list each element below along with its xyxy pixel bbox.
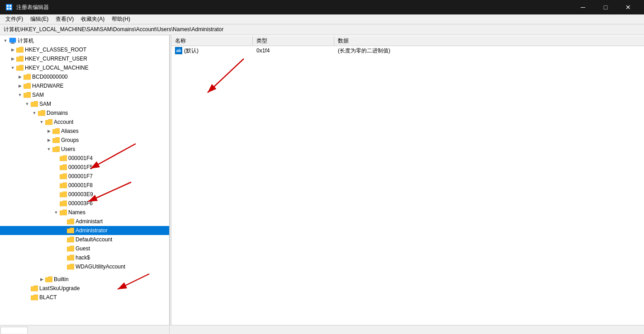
folder-icon-builtin bbox=[45, 276, 52, 283]
tree-item-guest[interactable]: Guest bbox=[0, 244, 169, 253]
tree-item-000001f5[interactable]: 000001F5 bbox=[0, 163, 169, 172]
tree-item-administrator[interactable]: Administrator bbox=[0, 226, 169, 235]
guest-label: Guest bbox=[76, 245, 90, 252]
folder-icon-users bbox=[52, 146, 60, 153]
folder-icon-guest bbox=[67, 245, 74, 252]
hardware-label: HARDWARE bbox=[32, 83, 64, 89]
svg-rect-2 bbox=[9, 5, 11, 7]
menu-file[interactable]: 文件(F) bbox=[2, 14, 27, 24]
minimize-button[interactable]: ─ bbox=[573, 0, 593, 14]
u5-label: 000003E9 bbox=[68, 191, 93, 198]
tree-item-aliases[interactable]: ▶ Aliases bbox=[0, 127, 169, 136]
folder-icon-u3 bbox=[60, 173, 67, 180]
expand-aliases[interactable]: ▶ bbox=[45, 127, 52, 135]
folder-icon-lastsku bbox=[31, 285, 38, 292]
table-row-default[interactable]: ab (默认) 0x1f4 (长度为零的二进制值) bbox=[171, 46, 644, 55]
folder-icon-hacks bbox=[67, 254, 74, 261]
menu-edit[interactable]: 编辑(E) bbox=[27, 14, 52, 24]
maximize-button[interactable]: □ bbox=[595, 0, 616, 14]
tree-item-hardware[interactable]: ▶ HARDWARE bbox=[0, 81, 169, 90]
tree-item-000003f6[interactable]: 000003F6 bbox=[0, 199, 169, 208]
title-bar: 注册表编辑器 ─ □ ✕ bbox=[0, 0, 644, 14]
folder-icon-sam2 bbox=[31, 100, 38, 108]
expand-sam2[interactable]: ▼ bbox=[24, 100, 31, 108]
menu-favorites[interactable]: 收藏夹(A) bbox=[77, 14, 108, 24]
tree-item-blact[interactable]: BLACT bbox=[0, 293, 169, 302]
tree-item-hkcu[interactable]: ▶ HKEY_CURRENT_USER bbox=[0, 54, 169, 63]
folder-icon-administrator bbox=[67, 227, 74, 234]
tree-item-000001f4[interactable]: 000001F4 bbox=[0, 154, 169, 163]
account-label: Account bbox=[54, 119, 73, 125]
expand-builtin[interactable]: ▶ bbox=[38, 276, 45, 283]
expand-users[interactable]: ▼ bbox=[45, 146, 52, 153]
folder-icon-defaultaccount bbox=[67, 236, 74, 243]
sam1-label: SAM bbox=[32, 92, 44, 98]
u3-label: 000001F7 bbox=[68, 173, 93, 179]
tree-item-builtin[interactable]: ▶ Builtin bbox=[0, 275, 169, 284]
expand-placeholder bbox=[52, 155, 60, 162]
tree-item-hacks[interactable]: hack$ bbox=[0, 253, 169, 262]
close-button[interactable]: ✕ bbox=[618, 0, 639, 14]
tree-item-account[interactable]: ▼ Account bbox=[0, 118, 169, 127]
expand-sam1[interactable]: ▼ bbox=[16, 91, 24, 99]
wdagutility-label: WDAGUtilityAccount bbox=[76, 263, 125, 270]
folder-icon-aliases bbox=[52, 127, 60, 135]
expand-hardware[interactable]: ▶ bbox=[16, 82, 24, 89]
svg-rect-4 bbox=[9, 8, 11, 9]
expand-hklm[interactable]: ▼ bbox=[9, 64, 16, 71]
tree-item-bcd[interactable]: ▶ BCD00000000 bbox=[0, 72, 169, 81]
administrator-label: Administrator bbox=[76, 227, 108, 234]
tree-item-users[interactable]: ▼ Users bbox=[0, 145, 169, 154]
tree-item-000003e9[interactable]: 000003E9 bbox=[0, 190, 169, 199]
expand-computer[interactable]: ▼ bbox=[2, 37, 9, 44]
address-bar: 计算机\HKEY_LOCAL_MACHINE\SAM\SAM\Domains\A… bbox=[0, 24, 644, 35]
hkcr-label: HKEY_CLASSES_ROOT bbox=[25, 47, 86, 53]
col-type: 类型 bbox=[253, 36, 334, 46]
folder-icon-groups bbox=[52, 136, 60, 144]
tree-item-000001f7[interactable]: 000001F7 bbox=[0, 172, 169, 181]
folder-icon-hklm bbox=[16, 64, 24, 71]
folder-icon-u2 bbox=[60, 164, 67, 171]
expand-hkcu[interactable]: ▶ bbox=[9, 55, 16, 62]
expand-groups[interactable]: ▶ bbox=[45, 136, 52, 144]
folder-icon-u1 bbox=[60, 155, 67, 162]
u6-label: 000003F6 bbox=[68, 200, 93, 207]
defaultaccount-label: DefaultAccount bbox=[76, 236, 112, 243]
tree-panel[interactable]: ▼ 计算机 ▶ HKEY_CLASSES_ROOT ▶ bbox=[0, 35, 170, 325]
folder-icon-u4 bbox=[60, 182, 67, 189]
expand-hkcr[interactable]: ▶ bbox=[9, 46, 16, 53]
folder-icon-domains bbox=[38, 109, 45, 117]
domains-label: Domains bbox=[47, 110, 68, 116]
tree-item-administart[interactable]: Administart bbox=[0, 217, 169, 226]
tree-item-groups[interactable]: ▶ Groups bbox=[0, 136, 169, 145]
expand-bcd[interactable]: ▶ bbox=[16, 73, 24, 80]
tree-item-domains[interactable]: ▼ Domains bbox=[0, 108, 169, 118]
reg-entry-icon-default: ab (默认) bbox=[175, 47, 199, 55]
tree-item-hklm[interactable]: ▼ HKEY_LOCAL_MACHINE bbox=[0, 63, 169, 72]
blact-label: BLACT bbox=[39, 294, 57, 301]
tree-item-sam2[interactable]: ▼ SAM bbox=[0, 99, 169, 108]
right-panel: 名称 类型 数据 ab (默认) 0x1f4 (长度为零的二进制值) bbox=[171, 35, 644, 325]
expand-domains[interactable]: ▼ bbox=[31, 109, 38, 117]
tree-item-hkcr[interactable]: ▶ HKEY_CLASSES_ROOT bbox=[0, 45, 169, 54]
right-panel-arrow bbox=[171, 45, 644, 158]
tree-item-names[interactable]: ▼ Names bbox=[0, 208, 169, 217]
computer-icon bbox=[9, 37, 16, 44]
administart-label: Administart bbox=[76, 218, 103, 225]
window-controls: ─ □ ✕ bbox=[573, 0, 639, 14]
folder-icon-sam1 bbox=[24, 91, 31, 99]
expand-names[interactable]: ▼ bbox=[52, 209, 60, 216]
aliases-label: Aliases bbox=[61, 128, 79, 134]
hacks-label: hack$ bbox=[76, 254, 90, 261]
expand-account[interactable]: ▼ bbox=[38, 118, 45, 126]
tree-item-lastsku[interactable]: LastSkuUpgrade bbox=[0, 284, 169, 293]
menu-help[interactable]: 帮助(H) bbox=[108, 14, 134, 24]
tree-item-000001f8[interactable]: 000001F8 bbox=[0, 181, 169, 190]
tree-item-computer[interactable]: ▼ 计算机 bbox=[0, 36, 169, 45]
menu-view[interactable]: 查看(V) bbox=[52, 14, 77, 24]
tree-item-sam1[interactable]: ▼ SAM bbox=[0, 90, 169, 99]
svg-rect-5 bbox=[9, 38, 16, 42]
tree-item-defaultaccount[interactable]: DefaultAccount bbox=[0, 235, 169, 244]
tree-item-wdagutility[interactable]: WDAGUtilityAccount bbox=[0, 262, 169, 271]
hklm-label: HKEY_LOCAL_MACHINE bbox=[25, 65, 89, 71]
